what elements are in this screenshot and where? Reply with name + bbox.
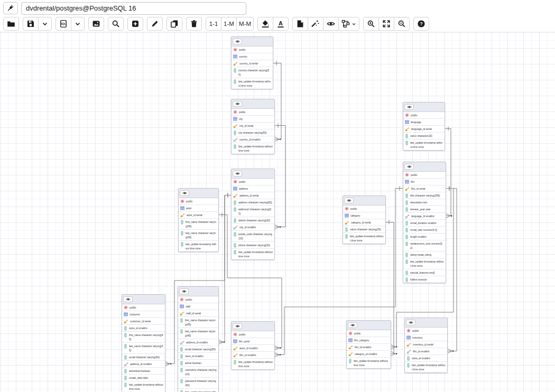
column-row: city character varying(50) (232, 129, 274, 136)
save-project-button[interactable] (23, 17, 39, 31)
column-icon (124, 376, 127, 380)
auto-align-button[interactable] (308, 17, 323, 31)
row-label: country_id serial (239, 61, 271, 66)
erd-canvas[interactable]: publiccountrycountry_id serialcountry ch… (0, 32, 555, 392)
column-row: name character varying(25) (343, 226, 385, 233)
column-icon (405, 134, 409, 138)
save-dropdown-button[interactable] (38, 17, 52, 31)
primary-key-icon (233, 124, 238, 128)
folder-icon (7, 20, 15, 28)
column-row: film_id smallint (347, 344, 391, 351)
entity-details-button[interactable] (179, 288, 189, 294)
zoom-out-button[interactable] (394, 17, 410, 31)
column-icon (124, 326, 127, 330)
layout-icon (341, 20, 350, 28)
entity-customer[interactable]: publiccustomercustomer_id serialstore_id… (122, 294, 165, 392)
column-row: film_id smallint (232, 352, 274, 359)
help-icon: ? (417, 20, 426, 28)
table-name-row: city (232, 116, 274, 123)
entity-details-button[interactable] (344, 198, 354, 203)
row-label: title character varying(255) (410, 193, 444, 198)
edit-table-button[interactable] (147, 17, 163, 31)
add-table-button[interactable] (127, 17, 143, 31)
row-label: public (239, 48, 271, 52)
open-project-button[interactable] (3, 17, 19, 31)
entity-header (232, 322, 274, 331)
row-label: public (411, 113, 443, 117)
row-label: public (239, 180, 273, 184)
column-icon (124, 382, 127, 387)
download-image-button[interactable] (88, 17, 104, 31)
entity-film_actor[interactable]: publicfilm_actoractor_id smallintfilm_id… (231, 321, 275, 370)
zoom-to-fit-button[interactable] (378, 17, 394, 31)
entity-film[interactable]: publicfilmfilm_id serialtitle character … (403, 162, 446, 283)
generate-sql-button[interactable]: SQL (56, 17, 71, 31)
sqlfile-icon: SQL (59, 20, 68, 28)
entity-details-button[interactable] (233, 101, 242, 107)
table-icon (233, 54, 237, 59)
drop-table-button[interactable] (186, 17, 202, 31)
text-color-button[interactable]: A (273, 17, 289, 31)
table-name-row: inventory (405, 334, 447, 341)
toolbar-group (23, 17, 52, 31)
column-icon (348, 359, 352, 363)
column-icon (405, 241, 409, 246)
entity-actor[interactable]: publicactoractor_id serialfirst_name cha… (178, 188, 219, 252)
entity-inventory[interactable]: publicinventoryinventory_id serialfilm_i… (404, 318, 448, 373)
entity-details-button[interactable] (123, 296, 133, 302)
column-row: last_update timestamp without time zone (232, 78, 273, 89)
column-icon (233, 200, 237, 204)
search-button[interactable] (108, 17, 124, 31)
entity-details-button[interactable] (233, 323, 242, 329)
column-row: description text (403, 199, 446, 206)
show-details-button[interactable] (323, 17, 339, 31)
clone-table-button[interactable] (166, 17, 182, 31)
entity-film_category[interactable]: publicfilm_categoryfilm_id smallintcateg… (346, 320, 391, 369)
entity-category[interactable]: publiccategorycategory_id serialname cha… (343, 195, 386, 244)
table-icon (405, 180, 409, 184)
change-layout-button[interactable] (338, 17, 359, 31)
one-to-one-button[interactable]: 1-1 (206, 17, 221, 31)
zoom-in-button[interactable] (363, 17, 379, 31)
column-row: category_id serial (343, 219, 385, 226)
schema-icon (345, 207, 349, 211)
entity-details-button[interactable] (404, 104, 414, 110)
many-to-many-button[interactable]: M-M (236, 17, 254, 31)
entity-details-button[interactable] (233, 39, 242, 44)
entity-details-button[interactable] (233, 171, 242, 176)
column-icon (180, 361, 183, 365)
entity-country[interactable]: publiccountrycountry_id serialcountry ch… (231, 36, 273, 89)
zoomout-icon (397, 20, 406, 28)
row-label: rating mpaa_rating (410, 253, 444, 257)
column-icon (124, 333, 127, 337)
row-label: password character varying(40) (185, 379, 217, 387)
entity-language[interactable]: publiclanguagelanguage_id serialname cha… (403, 102, 445, 151)
entity-details-button[interactable] (348, 322, 357, 328)
entity-staff[interactable]: publicstaffstaff_id serialfirst_name cha… (178, 286, 219, 392)
column-row: country_id smallint (232, 136, 274, 143)
entity-details-button[interactable] (406, 320, 415, 325)
row-label: last_update timestamp without time zone (129, 382, 163, 391)
entity-details-button[interactable] (180, 190, 189, 196)
column-icon (405, 193, 409, 198)
entity-address[interactable]: publicaddressaddress_id serialaddress ch… (231, 169, 275, 260)
row-label: staff_id serial (186, 311, 217, 315)
entity-city[interactable]: publiccitycity_id serialcity character v… (231, 99, 275, 154)
one-to-many-button[interactable]: 1-M (221, 17, 237, 31)
fill-color-button[interactable] (257, 17, 273, 31)
connection-title-input[interactable] (21, 2, 246, 15)
primary-key-icon (233, 353, 238, 357)
add-note-button[interactable] (292, 17, 308, 31)
connection-button[interactable] (3, 2, 18, 14)
column-icon (180, 242, 184, 246)
table-icon (124, 312, 128, 316)
row-label: store_id smallint (129, 326, 163, 330)
chevron-down-icon (351, 21, 357, 27)
row-label: activebool boolean (129, 369, 163, 373)
entity-details-button[interactable] (404, 164, 414, 170)
sql-dropdown-button[interactable] (71, 17, 85, 31)
help-button[interactable]: ? (413, 17, 429, 31)
column-icon (406, 356, 410, 360)
row-label: last_update timestamp without time zone (238, 250, 273, 258)
row-label: film_id smallint (413, 349, 446, 353)
